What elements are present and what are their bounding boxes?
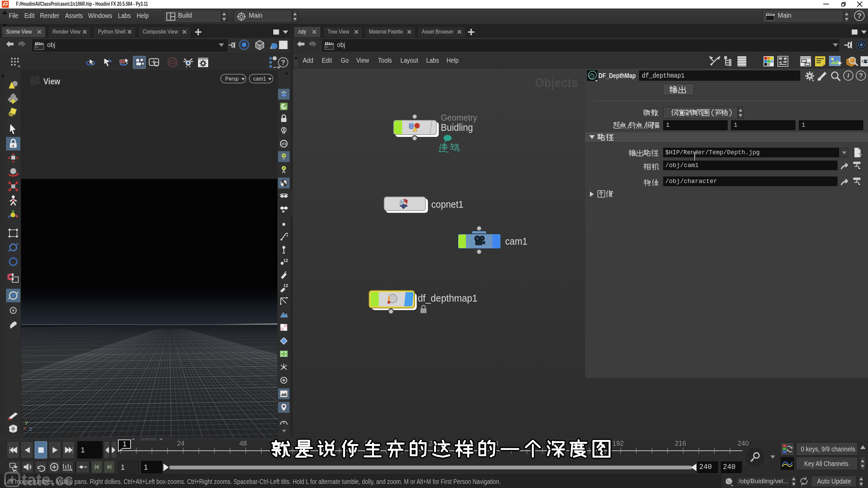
svg-text:tate.cc: tate.cc xyxy=(22,471,73,488)
